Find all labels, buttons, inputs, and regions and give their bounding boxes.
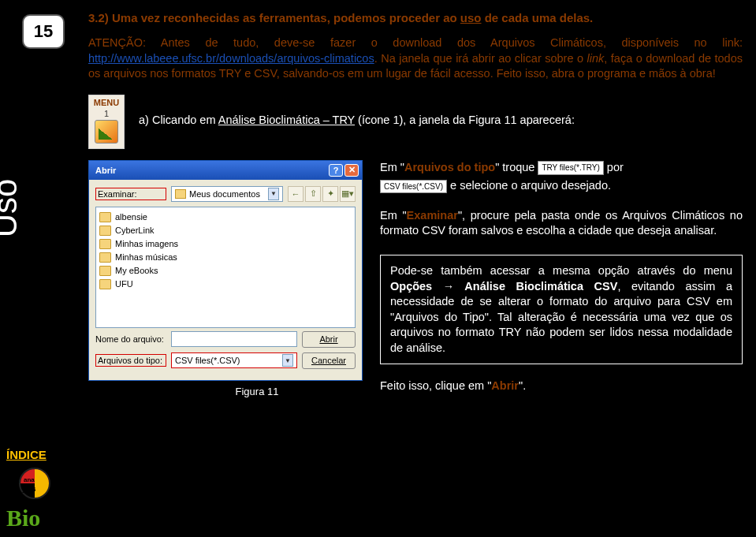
sidebar: 15 Uso ÍNDICE ana ysis Bio	[0, 0, 79, 537]
final-instruction: Feito isso, clique em "Abrir".	[380, 379, 743, 394]
lower-columns: Abrir ? ✕ Examinar: Meus documentos ▼	[88, 160, 743, 397]
arquivos-tipo-instruction-2: CSV files(*.CSV) e selecione o arquivo d…	[380, 178, 743, 194]
examinar-combo[interactable]: Meus documentos ▼	[171, 186, 283, 202]
folder-icon	[99, 252, 111, 263]
view-icon[interactable]: ▦▾	[340, 186, 356, 202]
try-pill: TRY files(*.TRY)	[538, 161, 603, 175]
nome-label: Nome do arquivo:	[95, 334, 166, 344]
section-heading: 3.2) Uma vez reconhecidas as ferramentas…	[88, 11, 743, 24]
list-item[interactable]: UFU	[99, 278, 352, 291]
list-item[interactable]: CyberLink	[99, 224, 352, 237]
open-file-dialog: Abrir ? ✕ Examinar: Meus documentos ▼	[88, 160, 363, 381]
dialog-help-button[interactable]: ?	[329, 164, 343, 177]
examinar-label-text: Examinar	[407, 209, 458, 222]
dialog-body: Examinar: Meus documentos ▼ ← ⇧ ✦ ▦▾	[89, 180, 362, 380]
menu-instruction: a) Clicando em Análise Bioclimática – TR…	[139, 95, 575, 126]
heading-underlined: uso	[460, 11, 482, 24]
page-number: 15	[22, 14, 65, 49]
t: Pode-se também acessar a mesma opção atr…	[390, 264, 732, 277]
menu-icon-block: MENU 1	[88, 95, 125, 149]
abrir-button[interactable]: Abrir	[302, 331, 356, 348]
heading-suffix: de cada uma delas.	[482, 11, 594, 24]
svg-text:Bio: Bio	[6, 505, 40, 531]
t: e selecione o arquivo desejado.	[447, 179, 611, 192]
t: Feito isso, clique em "	[380, 379, 491, 392]
menu-text-pre: a) Clicando em	[139, 114, 218, 126]
svg-text:ysis: ysis	[22, 485, 36, 493]
filename-input[interactable]	[171, 331, 297, 347]
tipo-label: Arquivos do tipo:	[95, 354, 166, 367]
examinar-instruction: Em "Examinar", procure pela pasta onde o…	[380, 208, 743, 239]
menu-text-post: (ícone 1), a janela da Figura 11 aparece…	[355, 114, 575, 126]
t: Em "	[380, 161, 404, 173]
folder-icon	[99, 266, 111, 276]
arquivos-tipo-instruction: Em "Arquivos do tipo" troque TRY files(*…	[380, 160, 743, 176]
analysis-icon	[95, 120, 118, 144]
svg-text:ana: ana	[24, 476, 35, 483]
t: ".	[519, 379, 526, 392]
combo-arrow-icon[interactable]: ▼	[268, 188, 279, 200]
up-icon[interactable]: ⇧	[305, 186, 321, 202]
folder-icon	[175, 189, 186, 199]
download-link[interactable]: http://www.labeee.ufsc.br/downloads/arqu…	[88, 52, 374, 65]
examinar-value: Meus documentos	[189, 189, 265, 199]
abrir-highlight: Abrir	[491, 379, 519, 392]
figure-caption: Figura 11	[151, 386, 363, 397]
filetype-combo[interactable]: CSV files(*.CSV) ▼	[171, 352, 297, 368]
menu-path-bold: Opções → Análise Bioclimática CSV	[390, 280, 617, 293]
file-list[interactable]: albensie CyberLink Minhas imagens Minhas…	[95, 207, 356, 328]
menu-number: 1	[89, 109, 124, 118]
file-name: My eBooks	[115, 266, 158, 275]
menu-label: MENU	[89, 98, 124, 107]
cancelar-button[interactable]: Cancelar	[302, 352, 356, 369]
dialog-title-text: Abrir	[95, 166, 116, 175]
filetype-value: CSV files(*.CSV)	[175, 356, 279, 365]
menu-text-u: Análise Bioclimática – TRY	[218, 114, 355, 126]
file-name: Minhas músicas	[115, 252, 177, 262]
section-label-uso: Uso	[0, 179, 24, 238]
file-name: CyberLink	[115, 226, 155, 235]
t: por	[607, 161, 624, 173]
file-name: albensie	[115, 212, 147, 222]
folder-icon	[99, 279, 111, 289]
t: Em "	[380, 209, 407, 222]
t: " troque	[495, 161, 534, 173]
folder-icon	[99, 212, 111, 222]
file-name: UFU	[115, 279, 133, 289]
bio-analysis-logo: ana ysis Bio	[5, 468, 52, 532]
file-name: Minhas imagens	[115, 239, 178, 248]
intro-paragraph: ATENÇÃO: Antes de tudo, deve-se fazer o …	[88, 35, 743, 82]
list-item[interactable]: My eBooks	[99, 264, 352, 278]
info-box: Pode-se também acessar a mesma opção atr…	[380, 255, 743, 364]
main-content: 3.2) Uma vez reconhecidas as ferramentas…	[88, 11, 743, 397]
intro-italic: link	[587, 52, 605, 65]
right-column: Em "Arquivos do tipo" troque TRY files(*…	[380, 160, 743, 397]
dialog-close-button[interactable]: ✕	[344, 164, 359, 177]
dialog-column: Abrir ? ✕ Examinar: Meus documentos ▼	[88, 160, 363, 397]
list-item[interactable]: Minhas imagens	[99, 237, 352, 251]
intro-t2: . Na janela que irá abrir ao clicar sobr…	[374, 52, 587, 65]
menu-row: MENU 1 a) Clicando em Análise Bioclimáti…	[88, 95, 743, 149]
combo-arrow-icon[interactable]: ▼	[282, 354, 293, 367]
arquivos-do-tipo-label: Arquivos do tipo	[404, 161, 495, 173]
list-item[interactable]: albensie	[99, 211, 352, 224]
intro-t1: ATENÇÃO: Antes de tudo, deve-se fazer o …	[88, 36, 743, 49]
back-icon[interactable]: ←	[288, 186, 304, 202]
folder-icon	[99, 239, 111, 249]
indice-link[interactable]: ÍNDICE	[6, 448, 47, 461]
list-item[interactable]: Minhas músicas	[99, 251, 352, 264]
dialog-titlebar: Abrir ? ✕	[89, 161, 362, 180]
examinar-label: Examinar:	[95, 188, 166, 200]
heading-prefix: 3.2) Uma vez reconhecidas as ferramentas…	[88, 11, 460, 24]
folder-icon	[99, 226, 111, 236]
dialog-toolbar: ← ⇧ ✦ ▦▾	[288, 186, 356, 202]
new-folder-icon[interactable]: ✦	[322, 186, 338, 202]
csv-pill: CSV files(*.CSV)	[380, 180, 447, 194]
